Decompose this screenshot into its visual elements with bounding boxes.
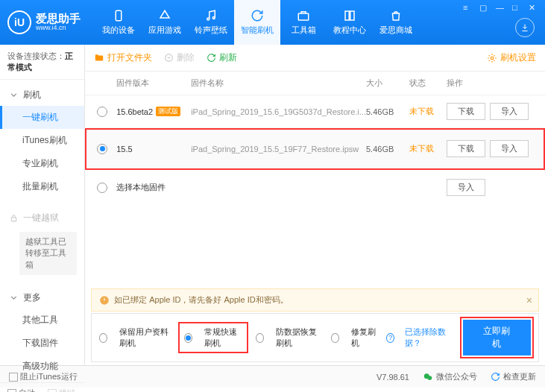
- nav-tutorial[interactable]: 教程中心: [327, 0, 373, 45]
- minimize-icon[interactable]: —: [496, 3, 508, 13]
- folder-icon: [94, 53, 104, 63]
- row-radio[interactable]: [97, 107, 107, 117]
- col-size: 大小: [366, 78, 409, 89]
- sidebar-head-jailbreak[interactable]: 一键越狱: [0, 207, 84, 229]
- col-status: 状态: [409, 78, 447, 89]
- beta-badge: 测试版: [156, 107, 180, 116]
- local-firmware-label: 选择本地固件: [116, 182, 166, 193]
- svg-rect-4: [11, 218, 16, 221]
- svg-point-7: [491, 57, 494, 60]
- firmware-filename: iPad_Spring_2019_15.6_19G5037d_Restore.i…: [191, 107, 366, 116]
- col-name: 固件名称: [191, 78, 366, 89]
- logo-icon: iU: [7, 10, 31, 34]
- skip-guide-checkbox[interactable]: 跳过向导: [48, 388, 78, 392]
- opt-normal[interactable]: 常规快速刷机: [184, 326, 242, 349]
- col-ops: 操作: [447, 78, 536, 89]
- firmware-version: 15.6beta2: [116, 107, 153, 116]
- close-warning-button[interactable]: ×: [526, 294, 532, 306]
- check-update-button[interactable]: 检查更新: [491, 371, 536, 382]
- close-icon[interactable]: ✕: [529, 3, 541, 13]
- sidebar-item-batch[interactable]: 批量刷机: [0, 175, 84, 198]
- firmware-row-selected[interactable]: 15.5 iPad_Spring_2019_15.5_19F77_Restore…: [85, 128, 545, 170]
- open-folder-button[interactable]: 打开文件夹: [94, 51, 152, 64]
- opt-keepdata[interactable]: 保留用户资料刷机: [99, 326, 171, 349]
- chevron-down-icon: [9, 90, 19, 100]
- main-content: 打开文件夹 删除 刷新 刷机设置 固件版本 固件名称 大小 状态 操作: [85, 45, 545, 365]
- delete-icon: [164, 53, 174, 63]
- update-icon: [491, 372, 500, 382]
- book-icon: [343, 9, 356, 22]
- apps-icon: [158, 9, 171, 22]
- connection-status: 设备连接状态：正常模式: [0, 45, 84, 80]
- music-icon: [204, 9, 218, 22]
- nav-apps[interactable]: 应用游戏: [142, 0, 188, 45]
- block-itunes-checkbox[interactable]: 阻止iTunes运行: [9, 371, 78, 382]
- sidebar-item-oneclick[interactable]: 一键刷机: [0, 106, 84, 129]
- download-manager-button[interactable]: [515, 18, 535, 37]
- sidebar-item-pro[interactable]: 专业刷机: [0, 152, 84, 175]
- toolbox-icon: [297, 9, 310, 22]
- nav-toolbox[interactable]: 工具箱: [280, 0, 327, 45]
- lock-icon: [9, 213, 19, 223]
- wechat-button[interactable]: 微信公众号: [423, 371, 477, 382]
- local-firmware-row[interactable]: 选择本地固件 导入: [85, 170, 545, 205]
- warning-icon: [99, 295, 110, 306]
- sidebar-item-itunes[interactable]: iTunes刷机: [0, 129, 84, 152]
- chevron-down-icon: [9, 293, 19, 303]
- info-icon[interactable]: ?: [386, 333, 394, 343]
- gear-icon: [487, 53, 497, 63]
- sidebar-head-more[interactable]: 更多: [0, 287, 84, 309]
- wechat-icon: [423, 372, 433, 382]
- download-button[interactable]: 下载: [447, 103, 485, 120]
- firmware-size: 5.46GB: [366, 145, 409, 154]
- refresh-icon: [207, 53, 216, 63]
- col-version: 固件版本: [116, 78, 191, 89]
- sidebar-item-download[interactable]: 下载固件: [0, 332, 84, 355]
- nav-device[interactable]: 我的设备: [95, 0, 142, 45]
- svg-point-10: [427, 376, 432, 380]
- skin-icon[interactable]: ▢: [479, 3, 491, 13]
- nav-flash[interactable]: 智能刷机: [234, 0, 280, 45]
- flash-settings-button[interactable]: 刷机设置: [487, 51, 536, 64]
- menu-icon[interactable]: ≡: [463, 3, 475, 13]
- import-button[interactable]: 导入: [490, 140, 529, 157]
- firmware-size: 5.46GB: [366, 107, 409, 116]
- store-icon: [389, 9, 403, 22]
- opt-repair[interactable]: 修复刷机: [331, 326, 376, 349]
- firmware-status: 未下载: [409, 106, 447, 117]
- flash-options-bar: 保留用户资料刷机 常规快速刷机 防数据恢复刷机 修复刷机 ? 已选择除数据？ 立…: [91, 313, 539, 362]
- nav-ringtone[interactable]: 铃声壁纸: [188, 0, 234, 45]
- jailbreak-note: 越狱工具已转移至工具箱: [19, 232, 77, 275]
- toolbar: 打开文件夹 删除 刷新 刷机设置: [85, 45, 545, 72]
- auto-activate-checkbox[interactable]: 自动激活: [7, 388, 37, 392]
- exclude-link[interactable]: 已选择除数据？: [405, 326, 452, 349]
- svg-point-1: [207, 18, 210, 20]
- refresh-button[interactable]: 刷新: [207, 51, 237, 64]
- start-flash-button[interactable]: 立即刷机: [463, 320, 531, 355]
- refresh-icon: [251, 9, 264, 22]
- window-controls: ≡ ▢ — □ ✕: [463, 3, 541, 13]
- main-nav: 我的设备 应用游戏 铃声壁纸 智能刷机 工具箱 教程中心 爱思商城: [95, 0, 419, 45]
- delete-button: 删除: [164, 51, 195, 64]
- firmware-row[interactable]: 15.6beta2测试版 iPad_Spring_2019_15.6_19G50…: [85, 95, 545, 128]
- phone-icon: [112, 9, 125, 22]
- svg-rect-0: [116, 10, 122, 21]
- firmware-version: 15.5: [116, 145, 132, 154]
- nav-store[interactable]: 爱思商城: [373, 0, 419, 45]
- sidebar-head-flash[interactable]: 刷机: [0, 84, 84, 106]
- firmware-status: 未下载: [409, 143, 447, 154]
- svg-rect-3: [298, 13, 309, 20]
- sidebar-item-other[interactable]: 其他工具: [0, 309, 84, 332]
- app-url: www.i4.cn: [36, 25, 81, 32]
- download-button[interactable]: 下载: [447, 140, 485, 157]
- maximize-icon[interactable]: □: [512, 3, 524, 13]
- import-button[interactable]: 导入: [447, 179, 485, 196]
- firmware-filename: iPad_Spring_2019_15.5_19F77_Restore.ipsw: [191, 145, 366, 154]
- row-radio[interactable]: [97, 183, 107, 193]
- opt-antirecover[interactable]: 防数据恢复刷机: [256, 326, 321, 349]
- import-button[interactable]: 导入: [490, 103, 529, 120]
- version-label: V7.98.61: [377, 373, 409, 382]
- app-header: iU 爱思助手 www.i4.cn 我的设备 应用游戏 铃声壁纸 智能刷机 工具…: [0, 0, 545, 45]
- svg-point-2: [212, 17, 215, 19]
- row-radio[interactable]: [97, 144, 107, 154]
